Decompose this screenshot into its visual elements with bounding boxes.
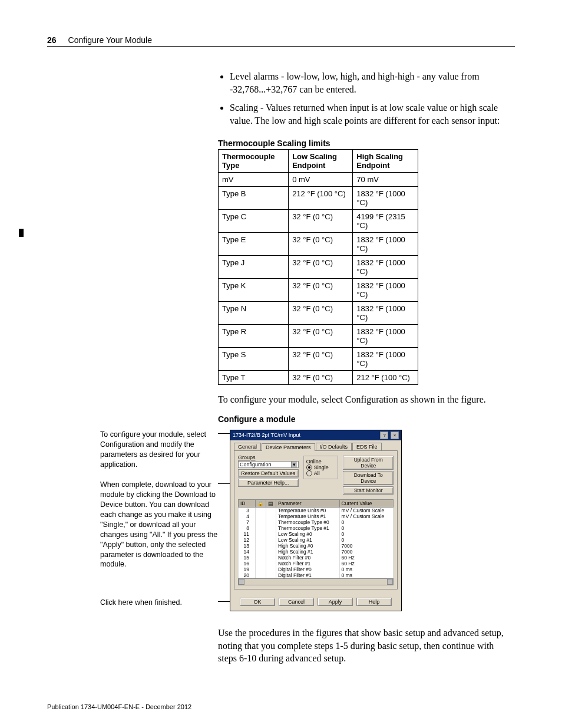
param-cell: Low Scaling #0 bbox=[276, 531, 340, 537]
param-cell: 0 bbox=[339, 531, 393, 537]
callout-note: Click here when finished. bbox=[100, 598, 218, 608]
param-cell bbox=[266, 566, 276, 572]
table-cell: Type T bbox=[219, 371, 289, 385]
close-icon[interactable]: × bbox=[391, 431, 399, 439]
table-cell: 212 °F (100 °C) bbox=[289, 187, 353, 210]
param-cell: Thermocouple Type #0 bbox=[276, 519, 340, 525]
table-header: High Scaling Endpoint bbox=[353, 150, 418, 173]
table-cell: 32 °F (0 °C) bbox=[289, 279, 353, 302]
param-cell bbox=[256, 561, 266, 566]
table-cell: 32 °F (0 °C) bbox=[289, 302, 353, 325]
param-cell bbox=[266, 543, 276, 549]
param-cell: 15 bbox=[239, 555, 256, 561]
tab-eds-file[interactable]: EDS File bbox=[352, 443, 382, 450]
param-cell bbox=[256, 555, 266, 561]
horizontal-scrollbar[interactable] bbox=[238, 578, 394, 585]
param-row[interactable]: 19Digital Filter #00 ms bbox=[239, 566, 394, 572]
restore-defaults-button[interactable]: Restore Default Values bbox=[238, 469, 299, 477]
help-button[interactable]: Help bbox=[356, 598, 392, 606]
tab-io-defaults[interactable]: I/O Defaults bbox=[316, 443, 352, 450]
tab-general[interactable]: General bbox=[234, 443, 261, 450]
parameter-table: ID 🔒 ▤ Parameter Current Value 3Temperat… bbox=[238, 499, 394, 578]
param-cell: Low Scaling #1 bbox=[276, 537, 340, 543]
param-row[interactable]: 12Low Scaling #10 bbox=[239, 537, 394, 543]
start-monitor-button[interactable]: Start Monitor bbox=[343, 486, 394, 495]
chevron-down-icon: ▾ bbox=[291, 462, 297, 467]
param-cell bbox=[256, 531, 266, 537]
table-row: Type K32 °F (0 °C)1832 °F (1000 °C) bbox=[219, 279, 418, 302]
table-cell: 70 mV bbox=[353, 173, 418, 187]
param-row[interactable]: 3Temperature Units #0mV / Custom Scale bbox=[239, 507, 394, 513]
param-row[interactable]: 13High Scaling #07000 bbox=[239, 543, 394, 549]
table-cell: 1832 °F (1000 °C) bbox=[353, 256, 418, 279]
param-cell: Digital Filter #1 bbox=[276, 572, 340, 578]
param-cell: Notch Filter #1 bbox=[276, 561, 340, 566]
param-cell: 13 bbox=[239, 543, 256, 549]
bullet-item: Level alarms - low-low, low, high, and h… bbox=[230, 70, 515, 95]
param-cell: Temperature Units #1 bbox=[276, 513, 340, 519]
param-cell: 0 bbox=[339, 537, 393, 543]
upload-from-device-button[interactable]: Upload From Device bbox=[343, 456, 394, 470]
param-cell: 60 Hz bbox=[339, 561, 393, 566]
param-cell: 0 ms bbox=[339, 566, 393, 572]
table-title: Thermocouple Scaling limits bbox=[218, 139, 515, 148]
param-row[interactable]: 20Digital Filter #10 ms bbox=[239, 572, 394, 578]
callout-note: When complete, download to your module b… bbox=[100, 480, 218, 569]
param-cell bbox=[266, 507, 276, 513]
table-header: Low Scaling Endpoint bbox=[289, 150, 353, 173]
table-row: Type B212 °F (100 °C)1832 °F (1000 °C) bbox=[219, 187, 418, 210]
apply-button[interactable]: Apply bbox=[318, 598, 353, 606]
param-cell: mV / Custom Scale bbox=[339, 513, 393, 519]
param-cell: 7 bbox=[239, 519, 256, 525]
param-cell: 4 bbox=[239, 513, 256, 519]
table-cell: Type B bbox=[219, 187, 289, 210]
dialog-titlebar: 1734-IT2I/B 2pt TC/mV Input ? × bbox=[230, 430, 401, 440]
cancel-button[interactable]: Cancel bbox=[279, 598, 314, 606]
param-row[interactable]: 11Low Scaling #00 bbox=[239, 531, 394, 537]
param-cell bbox=[266, 513, 276, 519]
table-cell: 1832 °F (1000 °C) bbox=[353, 348, 418, 371]
ok-button[interactable]: OK bbox=[240, 598, 275, 606]
param-cell bbox=[266, 519, 276, 525]
bullet-list: Level alarms - low-low, low, high, and h… bbox=[218, 70, 515, 127]
param-row[interactable]: 14High Scaling #17000 bbox=[239, 549, 394, 555]
groups-value: Configuration bbox=[240, 462, 272, 467]
param-cell bbox=[266, 531, 276, 537]
table-row: Type R32 °F (0 °C)1832 °F (1000 °C) bbox=[219, 325, 418, 348]
param-cell bbox=[266, 572, 276, 578]
param-row[interactable]: 7Thermocouple Type #00 bbox=[239, 519, 394, 525]
table-cell: Type C bbox=[219, 210, 289, 233]
param-cell bbox=[266, 555, 276, 561]
param-cell: 3 bbox=[239, 507, 256, 513]
tab-device-parameters[interactable]: Device Parameters bbox=[262, 443, 315, 451]
param-row[interactable]: 15Notch Filter #060 Hz bbox=[239, 555, 394, 561]
radio-all[interactable]: All bbox=[306, 470, 336, 476]
param-cell: Digital Filter #0 bbox=[276, 566, 340, 572]
groups-combo[interactable]: Configuration ▾ bbox=[238, 461, 299, 468]
table-cell: 32 °F (0 °C) bbox=[289, 325, 353, 348]
param-cell: 0 bbox=[339, 525, 393, 531]
param-row[interactable]: 16Notch Filter #160 Hz bbox=[239, 561, 394, 566]
table-row: Type N32 °F (0 °C)1832 °F (1000 °C) bbox=[219, 302, 418, 325]
param-row[interactable]: 8Thermocouple Type #10 bbox=[239, 525, 394, 531]
param-cell: 19 bbox=[239, 566, 256, 572]
help-icon[interactable]: ? bbox=[380, 431, 388, 439]
config-dialog: 1734-IT2I/B 2pt TC/mV Input ? × General … bbox=[230, 430, 402, 611]
param-cell: 7000 bbox=[339, 549, 393, 555]
param-cell: Temperature Units #0 bbox=[276, 507, 340, 513]
table-cell: Type R bbox=[219, 325, 289, 348]
radio-single[interactable]: Single bbox=[306, 465, 336, 470]
param-header: Parameter bbox=[276, 499, 340, 507]
param-cell bbox=[266, 537, 276, 543]
table-row: Type S32 °F (0 °C)1832 °F (1000 °C) bbox=[219, 348, 418, 371]
table-cell: 32 °F (0 °C) bbox=[289, 348, 353, 371]
param-cell: 20 bbox=[239, 572, 256, 578]
param-cell: High Scaling #1 bbox=[276, 549, 340, 555]
online-label: Online bbox=[306, 459, 336, 465]
table-cell: Type E bbox=[219, 233, 289, 256]
param-header: Current Value bbox=[339, 499, 393, 507]
download-to-device-button[interactable]: Download To Device bbox=[343, 471, 394, 485]
table-cell: 1832 °F (1000 °C) bbox=[353, 325, 418, 348]
param-row[interactable]: 4Temperature Units #1mV / Custom Scale bbox=[239, 513, 394, 519]
parameter-help-button[interactable]: Parameter Help... bbox=[238, 479, 299, 487]
